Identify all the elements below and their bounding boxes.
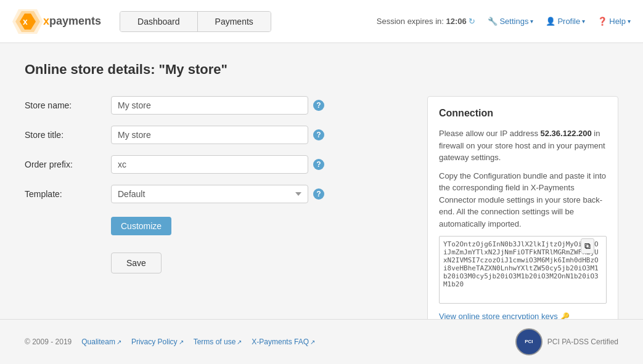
save-row: Save: [25, 253, 403, 273]
pci-label: PCI PA-DSS Certified: [547, 338, 618, 346]
order-prefix-help-icon[interactable]: ?: [313, 159, 324, 170]
svg-text:x: x: [23, 17, 28, 26]
store-title-wrap: ?: [111, 126, 403, 144]
footer-right: PCI PCI PA-DSS Certified: [515, 328, 618, 351]
template-help-icon[interactable]: ?: [313, 188, 324, 200]
external-link-icon: ↗: [179, 339, 184, 346]
page-title: Online store details: "My store": [25, 62, 618, 78]
connection-title: Connection: [439, 108, 607, 119]
store-name-wrap: ?: [111, 96, 403, 115]
profile-chevron-icon: ▾: [582, 18, 585, 25]
connection-text1-part: Please allow our IP address: [439, 129, 538, 138]
footer-copyright: © 2009 - 2019: [25, 338, 72, 346]
template-row: Template: Default ?: [25, 185, 403, 203]
order-prefix-label: Order prefix:: [25, 160, 111, 169]
connection-text-1: Please allow our IP address 52.36.122.20…: [439, 127, 607, 164]
store-title-input[interactable]: [111, 126, 308, 144]
footer-faq-link[interactable]: X-Payments FAQ ↗: [252, 338, 315, 346]
session-label: Session expires in:: [377, 17, 444, 26]
store-name-label: Store name:: [25, 100, 111, 110]
store-name-input[interactable]: [111, 96, 308, 115]
store-name-row: Store name: ?: [25, 96, 403, 115]
connection-text-2: Copy the Configuration bundle and paste …: [439, 170, 607, 230]
footer: © 2009 - 2019 Qualiteam ↗ Privacy Policy…: [0, 319, 643, 351]
order-prefix-wrap: ?: [111, 155, 403, 174]
external-link-icon: ↗: [117, 339, 121, 346]
header: x xpayments Dashboard Payments Session e…: [0, 0, 643, 43]
nav-tab-payments[interactable]: Payments: [198, 12, 271, 31]
settings-icon: 🔧: [488, 17, 498, 26]
footer-qualiteam-link[interactable]: Qualiteam ↗: [81, 338, 121, 346]
footer-faq-label: X-Payments FAQ: [252, 338, 309, 346]
logo: x xpayments: [12, 6, 101, 37]
footer-privacy-label: Privacy Policy: [131, 338, 178, 346]
footer-terms-link[interactable]: Terms of use ↗: [194, 338, 242, 346]
store-title-label: Store title:: [25, 130, 111, 140]
connection-ip: 52.36.122.200: [541, 129, 592, 138]
settings-label: Settings: [499, 17, 528, 26]
copy-icon: ⧉: [584, 241, 591, 251]
session-timer: 12:06: [446, 17, 467, 26]
template-wrap: Default ?: [111, 185, 403, 203]
pci-badge: PCI: [515, 328, 543, 351]
header-right: Session expires in: 12:06 ↻ 🔧 Settings ▾…: [377, 17, 631, 26]
settings-chevron-icon: ▾: [530, 18, 533, 25]
profile-icon: 👤: [546, 17, 555, 26]
help-chevron-icon: ▾: [628, 18, 631, 25]
help-link[interactable]: ❓ Help ▾: [597, 17, 631, 26]
save-button[interactable]: Save: [111, 253, 162, 273]
customize-button[interactable]: Customize: [111, 217, 171, 235]
help-label: Help: [609, 17, 626, 26]
profile-label: Profile: [557, 17, 580, 26]
order-prefix-input[interactable]: [111, 155, 308, 174]
session-info: Session expires in: 12:06 ↻: [377, 17, 476, 26]
logo-text: xpayments: [43, 15, 101, 27]
footer-qualiteam-label: Qualiteam: [81, 338, 115, 346]
nav-tab-dashboard[interactable]: Dashboard: [120, 12, 198, 31]
external-link-icon: ↗: [310, 339, 315, 346]
help-icon: ❓: [597, 17, 607, 26]
logo-icon: x: [12, 6, 43, 37]
footer-privacy-link[interactable]: Privacy Policy ↗: [131, 338, 184, 346]
config-bundle-area: YTo2OntzOjg6InN0b3JlX2lkIjtzOjMyOiJMyOiJ…: [439, 236, 607, 305]
main-content: Online store details: "My store" Store n…: [0, 43, 643, 351]
settings-link[interactable]: 🔧 Settings ▾: [488, 17, 533, 26]
store-form: Store name: ? Store title: ? Order prefi…: [25, 96, 403, 273]
footer-left: © 2009 - 2019 Qualiteam ↗ Privacy Policy…: [25, 338, 315, 346]
profile-link[interactable]: 👤 Profile ▾: [546, 17, 585, 26]
copy-bundle-button[interactable]: ⧉: [581, 238, 594, 254]
customize-row: Customize: [25, 214, 403, 246]
footer-terms-label: Terms of use: [194, 338, 236, 346]
template-label: Template:: [25, 189, 111, 199]
form-layout: Store name: ? Store title: ? Order prefi…: [25, 96, 618, 333]
template-select[interactable]: Default: [111, 185, 308, 203]
refresh-icon[interactable]: ↻: [469, 17, 475, 26]
store-name-help-icon[interactable]: ?: [313, 100, 324, 111]
order-prefix-row: Order prefix: ?: [25, 155, 403, 174]
main-nav: Dashboard Payments: [120, 11, 271, 32]
connection-panel: Connection Please allow our IP address 5…: [427, 96, 618, 333]
external-link-icon: ↗: [237, 339, 242, 346]
store-title-row: Store title: ?: [25, 126, 403, 144]
store-title-help-icon[interactable]: ?: [313, 129, 324, 140]
